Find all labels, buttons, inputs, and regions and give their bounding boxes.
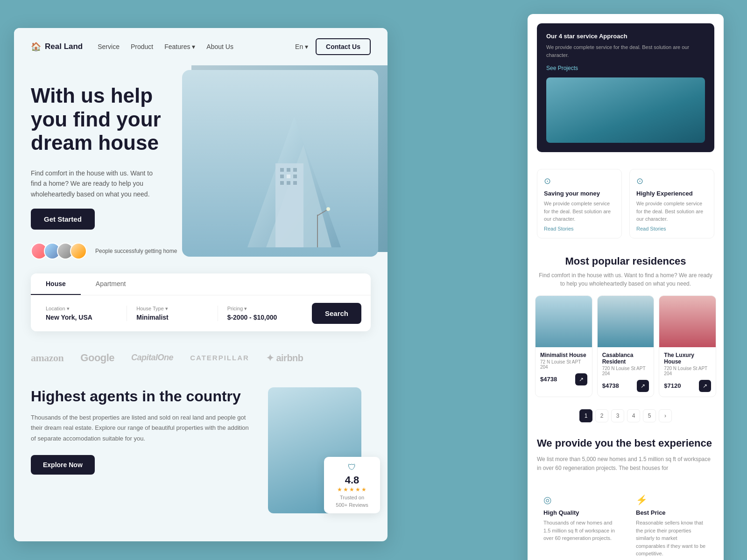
nav-product[interactable]: Product xyxy=(131,43,153,50)
contact-button[interactable]: Contact Us xyxy=(316,38,371,55)
agents-description: Thousands of the best properties are lis… xyxy=(31,413,249,443)
search-fields: Location ▾ New York, USA House Type ▾ Mi… xyxy=(31,295,371,331)
provide-title: We provide you the best experience xyxy=(537,437,714,449)
logo-airbnb: ✦ airbnb xyxy=(266,352,303,364)
feat-title-1: Best Price xyxy=(636,509,708,516)
rating-stars: ★★★★★ xyxy=(331,486,373,493)
house-type-value: Minimalist xyxy=(136,314,211,321)
hero-section: With us help you find your dream house F… xyxy=(14,65,388,273)
nav-links: Service Product Features ▾ About Us xyxy=(98,43,280,50)
location-value: New York, USA xyxy=(46,314,121,321)
logo-amazon: amazon xyxy=(31,352,63,364)
hero-title: With us help you find your dream house xyxy=(31,84,190,155)
get-started-button[interactable]: Get Started xyxy=(31,209,95,230)
agents-section: Highest agents in the country Thousands … xyxy=(14,378,388,537)
logo-caterpillar: CATERPILLAR xyxy=(190,354,249,362)
residence-address-2: 720 N Louise St APT 204 xyxy=(664,366,711,376)
residence-address-1: 720 N Louise St APT 204 xyxy=(602,366,649,376)
pricing-field: Pricing ▾ $-2000 - $10,000 xyxy=(222,306,308,321)
agents-title: Highest agents in the country xyxy=(31,387,249,405)
pagination: 1 2 3 4 5 › xyxy=(528,405,724,430)
residence-price-1: $4738 xyxy=(602,382,619,389)
residence-image-1 xyxy=(598,296,654,347)
residence-info-2: The Luxury House 720 N Louise St APT 204… xyxy=(659,347,716,397)
logos-section: amazon Google CapitalOne CATERPILLAR ✦ a… xyxy=(14,331,388,378)
nav-service[interactable]: Service xyxy=(98,43,120,50)
tab-apartment[interactable]: Apartment xyxy=(81,273,141,295)
hero-content: With us help you find your dream house F… xyxy=(31,84,371,259)
residence-address-0: 72 N Louise St APT 204 xyxy=(540,359,587,370)
provide-section: We provide you the best experience We li… xyxy=(528,430,724,481)
reviews-text: 500+ Reviews xyxy=(331,502,373,508)
house-type-field: House Type ▾ Minimalist xyxy=(131,306,218,321)
residence-card-0: Minimalist House 72 N Louise St APT 204 … xyxy=(535,295,592,397)
dark-popup: Our 4 star service Approach We provide c… xyxy=(537,23,714,152)
logo[interactable]: 🏠 Real Land xyxy=(31,42,83,52)
feature-cards-top: ⊙ Saving your money We provide complete … xyxy=(528,161,724,246)
feature-desc-1: We provide complete service for the deal… xyxy=(636,200,707,223)
feat-title-0: High Quality xyxy=(543,509,615,516)
page-next[interactable]: › xyxy=(659,409,672,422)
residence-image-2 xyxy=(659,296,716,347)
feature-title-0: Saving your money xyxy=(544,190,615,197)
residence-name-1: Casablanca Resident xyxy=(602,352,649,365)
features-grid: ◎ High Quality Thousands of new homes an… xyxy=(528,480,724,560)
feat-desc-0: Thousands of new homes and 1.5 million s… xyxy=(543,519,615,542)
popup-description: We provide complete service for the deal… xyxy=(546,43,705,59)
avatar-stack xyxy=(31,243,83,259)
feat-icon-1: ⚡ xyxy=(636,494,708,505)
page-1[interactable]: 1 xyxy=(579,409,592,422)
residence-name-0: Minimalist House xyxy=(540,352,587,358)
see-projects-link[interactable]: See Projects xyxy=(546,65,578,71)
home-icon: 🏠 xyxy=(31,42,41,52)
page-4[interactable]: 4 xyxy=(627,409,640,422)
property-tabs: House Apartment xyxy=(31,273,371,295)
feature-card-1: ⊙ Highly Experienced We provide complete… xyxy=(629,169,714,238)
feature-desc-0: We provide complete service for the deal… xyxy=(544,200,615,223)
popup-building-visual xyxy=(546,77,705,143)
residence-arrow-1[interactable]: ↗ xyxy=(637,380,649,392)
residence-price-row-0: $4738 ↗ xyxy=(540,373,587,385)
pricing-label[interactable]: Pricing ▾ xyxy=(227,306,303,312)
residence-card-2: The Luxury House 720 N Louise St APT 204… xyxy=(659,295,716,397)
read-stories-1[interactable]: Read Stories xyxy=(636,226,707,231)
language-selector[interactable]: En ▾ xyxy=(295,43,308,50)
page-3[interactable]: 3 xyxy=(611,409,624,422)
page-5[interactable]: 5 xyxy=(643,409,656,422)
popup-title: Our 4 star service Approach xyxy=(546,33,705,40)
nav-about[interactable]: About Us xyxy=(206,43,233,50)
feat-item-1: ⚡ Best Price Reasonable sellers know tha… xyxy=(629,488,714,560)
residence-price-0: $4738 xyxy=(540,376,557,383)
residence-info-1: Casablanca Resident 720 N Louise St APT … xyxy=(598,347,654,397)
hero-avatars: People successfuly getting home xyxy=(31,243,371,259)
feature-icon-0: ⊙ xyxy=(544,176,615,186)
tab-house[interactable]: House xyxy=(31,273,81,295)
page-2[interactable]: 2 xyxy=(595,409,608,422)
rating-number: 4.8 xyxy=(331,474,373,486)
feature-card-0: ⊙ Saving your money We provide complete … xyxy=(537,169,622,238)
right-card: Our 4 star service Approach We provide c… xyxy=(528,14,724,560)
nav-right: En ▾ Contact Us xyxy=(295,38,371,55)
search-button[interactable]: Search xyxy=(312,303,361,324)
feat-item-0: ◎ High Quality Thousands of new homes an… xyxy=(537,488,622,560)
people-text: People successfuly getting home xyxy=(95,248,177,254)
feat-icon-0: ◎ xyxy=(543,494,615,505)
read-stories-0[interactable]: Read Stories xyxy=(544,226,615,231)
residence-arrow-0[interactable]: ↗ xyxy=(575,373,587,385)
residence-price-2: $7120 xyxy=(664,382,681,389)
residence-arrow-2[interactable]: ↗ xyxy=(699,380,711,392)
shield-icon: 🛡 xyxy=(331,462,373,472)
nav-features[interactable]: Features ▾ xyxy=(164,43,195,50)
residence-price-row-1: $4738 ↗ xyxy=(602,380,649,392)
avatar xyxy=(70,243,87,259)
popular-description: Find comfort in the house with us. Want … xyxy=(528,271,724,295)
location-field: Location ▾ New York, USA xyxy=(40,306,127,321)
explore-button[interactable]: Explore Now xyxy=(31,455,95,475)
location-label[interactable]: Location ▾ xyxy=(46,306,121,312)
logo-google: Google xyxy=(80,352,114,364)
house-type-label[interactable]: House Type ▾ xyxy=(136,306,211,312)
search-bar: House Apartment Location ▾ New York, USA… xyxy=(31,273,371,331)
rating-badge: 🛡 4.8 ★★★★★ Trusted on 500+ Reviews xyxy=(324,457,380,513)
residence-card-1: Casablanca Resident 720 N Louise St APT … xyxy=(597,295,655,397)
agents-text: Highest agents in the country Thousands … xyxy=(31,387,249,475)
